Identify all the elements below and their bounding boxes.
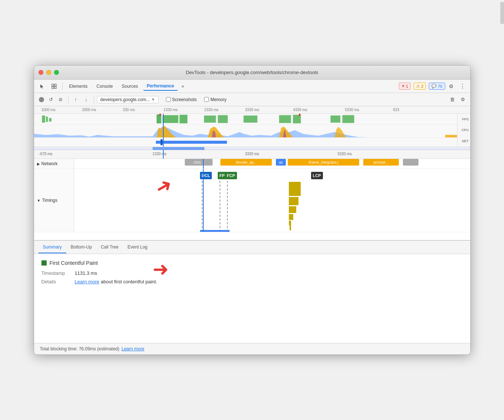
svg-rect-18 bbox=[299, 114, 300, 116]
inspect-icon[interactable] bbox=[49, 81, 59, 91]
memory-checkbox-area[interactable]: Memory bbox=[204, 97, 226, 102]
download-icon[interactable]: ↓ bbox=[82, 95, 91, 104]
svg-rect-16 bbox=[342, 115, 354, 123]
more-tabs-icon[interactable]: » bbox=[179, 83, 186, 89]
footer-text: Total blocking time: 76.09ms (estimated) bbox=[40, 346, 120, 351]
memory-checkbox[interactable] bbox=[204, 97, 209, 102]
error-badge[interactable]: ✕ 1 bbox=[399, 83, 411, 90]
footer: Total blocking time: 76.09ms (estimated)… bbox=[34, 343, 470, 354]
network-track-label[interactable]: ▶ Network bbox=[34, 159, 74, 169]
ruler-labels: 1000 ms 2000 ms 330 ms 1330 ms 2330 ms 3… bbox=[34, 106, 470, 113]
lcp-block-text: l... bbox=[290, 225, 291, 230]
svg-rect-11 bbox=[218, 115, 228, 123]
chart-row-labels: FPS CPU NET bbox=[457, 114, 470, 147]
detail-tick-1: 1330 ms bbox=[153, 152, 167, 156]
tab-elements[interactable]: Elements bbox=[66, 82, 91, 90]
tab-bottom-up[interactable]: Bottom-Up bbox=[66, 241, 96, 253]
network-chip-4[interactable]: prompt... bbox=[363, 159, 399, 166]
net-track bbox=[34, 138, 457, 147]
timings-collapse-icon: ▼ bbox=[37, 199, 41, 203]
warning-badge[interactable]: ⚠ 2 bbox=[414, 83, 426, 90]
maximize-button[interactable] bbox=[54, 70, 59, 75]
more-options-icon[interactable]: ⋮ bbox=[458, 81, 467, 91]
reload-button[interactable]: ↺ bbox=[47, 95, 56, 104]
tab-sources[interactable]: Sources bbox=[118, 82, 142, 90]
about-text: about first contentful paint. bbox=[101, 279, 157, 284]
ruler-tick-0: 1000 ms bbox=[41, 108, 56, 112]
svg-rect-5 bbox=[46, 117, 48, 122]
record-controls: ↺ ⊘ bbox=[37, 95, 65, 104]
fcp-color-swatch bbox=[41, 260, 47, 266]
svg-marker-22 bbox=[208, 127, 224, 137]
lcp-block-2[interactable] bbox=[289, 197, 298, 205]
url-text: developers.google.com... bbox=[100, 97, 150, 102]
tab-call-tree[interactable]: Call Tree bbox=[96, 241, 123, 253]
overview-ruler: 1000 ms 2000 ms 330 ms 1330 ms 2330 ms 3… bbox=[34, 106, 470, 114]
cpu-label: CPU bbox=[461, 128, 468, 132]
network-chip-0[interactable]: chro... bbox=[185, 159, 213, 166]
dcl-dashed-line bbox=[202, 181, 203, 232]
tab-performance[interactable]: Performance bbox=[143, 82, 178, 91]
divider bbox=[62, 83, 63, 90]
minimize-button[interactable] bbox=[46, 70, 51, 75]
svg-rect-13 bbox=[279, 115, 291, 123]
stop-button[interactable]: ⊘ bbox=[56, 95, 65, 104]
summary-title-text: First Contentful Paint bbox=[50, 260, 98, 266]
lcp-block-5[interactable] bbox=[289, 221, 291, 225]
status-area: ✕ 1 ⚠ 2 💬 70 bbox=[399, 83, 445, 90]
network-label-text: Network bbox=[41, 161, 58, 166]
window-controls bbox=[39, 70, 59, 75]
devtools-window: DevTools - developers.google.com/web/too… bbox=[34, 65, 471, 355]
svg-rect-2 bbox=[52, 87, 54, 89]
performance-area: 1000 ms 2000 ms 330 ms 1330 ms 2330 ms 3… bbox=[34, 106, 470, 241]
error-count: 1 bbox=[406, 84, 408, 89]
timing-fcp-badge[interactable]: FCP bbox=[225, 172, 237, 179]
timings-label-text: Timings bbox=[42, 198, 57, 203]
timings-track-label[interactable]: ▼ Timings bbox=[34, 169, 74, 232]
capture-settings-icon[interactable]: ⚙ bbox=[458, 95, 467, 104]
network-chip-5[interactable] bbox=[403, 159, 419, 166]
ruler-tick-8: 633 bbox=[393, 108, 400, 112]
lcp-block-3[interactable] bbox=[289, 206, 296, 213]
close-button[interactable] bbox=[39, 70, 43, 75]
track-area[interactable]: ▶ Network chro... devsite_ap... as ifram… bbox=[34, 159, 470, 240]
toolbar-divider bbox=[68, 96, 69, 103]
network-chip-1[interactable]: devsite_ap... bbox=[220, 159, 272, 166]
footer-learn-more-link[interactable]: Learn more bbox=[121, 346, 144, 351]
svg-rect-14 bbox=[293, 115, 301, 123]
screenshots-checkbox[interactable] bbox=[166, 97, 171, 102]
tab-event-log[interactable]: Event Log bbox=[123, 241, 152, 253]
timing-lcp-badge[interactable]: LCP bbox=[311, 172, 323, 179]
upload-icon[interactable]: ↑ bbox=[71, 95, 80, 104]
svg-rect-29 bbox=[156, 141, 227, 144]
network-chip-2[interactable]: as bbox=[276, 159, 286, 166]
ruler-tick-5: 3330 ms bbox=[245, 108, 259, 112]
svg-rect-4 bbox=[42, 116, 45, 123]
timing-dcl-badge[interactable]: DCL bbox=[200, 172, 212, 179]
timings-track-row: ▼ Timings ➜ DCL FP FCP LCP bbox=[34, 169, 470, 232]
network-chip-3[interactable]: iframe_integrator.j bbox=[288, 159, 359, 166]
svg-rect-17 bbox=[159, 114, 161, 116]
learn-more-link[interactable]: Learn more bbox=[75, 279, 99, 284]
net-label: NET bbox=[462, 139, 469, 143]
timestamp-label: Timestamp bbox=[41, 270, 75, 276]
tab-console[interactable]: Console bbox=[93, 82, 117, 90]
tab-summary[interactable]: Summary bbox=[39, 241, 66, 253]
record-button[interactable] bbox=[37, 95, 46, 104]
clear-button[interactable]: 🗑 bbox=[448, 95, 457, 104]
warning-icon: ⚠ bbox=[416, 84, 420, 89]
toolbar-divider2 bbox=[94, 96, 94, 103]
timings-selection-line bbox=[203, 169, 204, 232]
selection-range-bar bbox=[153, 147, 204, 150]
ruler-tick-4: 2330 ms bbox=[204, 108, 218, 112]
url-selector[interactable]: developers.google.com... ▼ bbox=[97, 96, 158, 103]
cursor-icon[interactable] bbox=[37, 81, 47, 91]
lcp-block-4[interactable] bbox=[289, 214, 293, 220]
message-badge[interactable]: 💬 70 bbox=[429, 83, 445, 90]
lcp-block-1[interactable] bbox=[289, 182, 301, 196]
svg-rect-27 bbox=[358, 125, 457, 137]
url-dropdown-icon: ▼ bbox=[151, 97, 155, 101]
settings-icon[interactable]: ⚙ bbox=[447, 81, 456, 91]
detail-tick-2: 3330 ms bbox=[245, 152, 259, 156]
screenshots-checkbox-area[interactable]: Screenshots bbox=[166, 97, 197, 102]
